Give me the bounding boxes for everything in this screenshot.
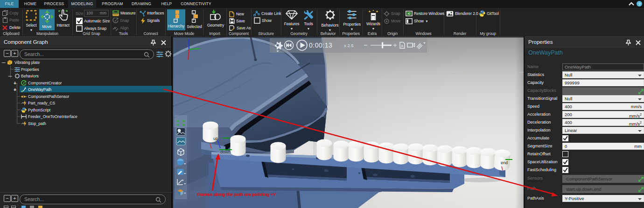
svg-text:A: A: [401, 44, 404, 48]
svg-text:x 2.5: x 2.5: [344, 43, 354, 48]
svg-text:end: end: [501, 160, 508, 165]
svg-text:0:00:13: 0:00:13: [309, 42, 332, 49]
svg-text:?: ?: [638, 1, 640, 7]
